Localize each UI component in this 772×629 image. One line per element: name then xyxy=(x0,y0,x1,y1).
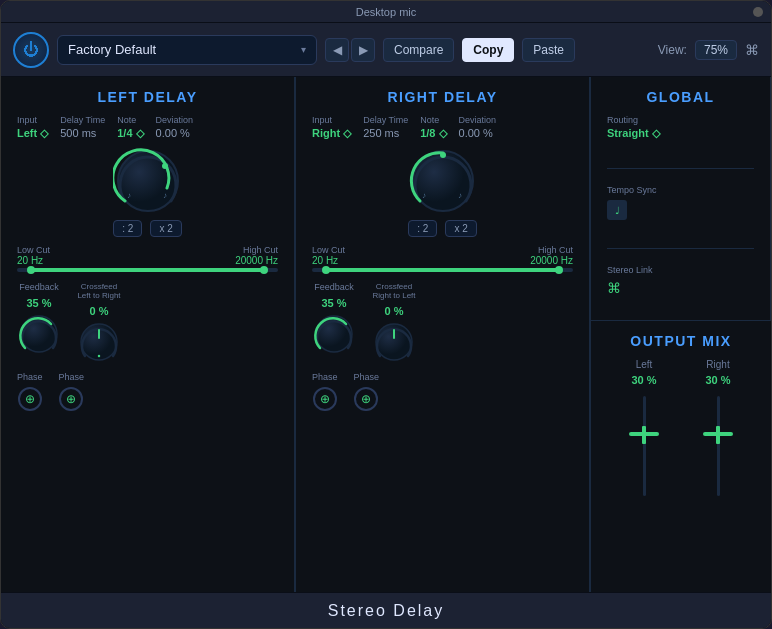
prev-preset-button[interactable]: ◀ xyxy=(325,38,349,62)
routing-value[interactable]: Straight ◇ xyxy=(607,127,754,140)
right-highcut-value[interactable]: 20000 Hz xyxy=(530,255,573,266)
paste-button[interactable]: Paste xyxy=(522,38,575,62)
right-filter-bar[interactable] xyxy=(312,268,573,272)
right-lowcut-handle[interactable] xyxy=(322,266,330,274)
stereo-link-group: Stereo Link ⌘ xyxy=(607,265,754,296)
stereo-link-button[interactable]: ⌘ xyxy=(607,280,621,296)
left-delay-knob[interactable]: ♪ ♪ xyxy=(113,146,183,216)
tempo-sync-button[interactable]: ♩ xyxy=(607,200,627,220)
left-input-value[interactable]: Left ◇ xyxy=(17,127,48,140)
right-feedback-knob[interactable] xyxy=(312,312,356,356)
right-x2-button[interactable]: x 2 xyxy=(445,220,476,237)
left-note-label: Note xyxy=(117,115,136,125)
right-fader-group: Right 30 % xyxy=(698,359,738,502)
window-title: Desktop mic xyxy=(356,6,417,18)
left-feedback-group: Feedback 35 % xyxy=(17,282,61,364)
left-crossfeed-knob[interactable] xyxy=(77,320,121,364)
link-icon[interactable]: ⌘ xyxy=(745,42,759,58)
svg-text:♪: ♪ xyxy=(163,191,167,200)
svg-text:♪: ♪ xyxy=(458,191,462,200)
left-delaytime-label: Delay Time xyxy=(60,115,105,125)
right-feedback-value[interactable]: 35 % xyxy=(321,297,346,309)
left-highcut-value[interactable]: 20000 Hz xyxy=(235,255,278,266)
left-div2-button[interactable]: : 2 xyxy=(113,220,142,237)
left-feedback-knob[interactable] xyxy=(17,312,61,356)
copy-button[interactable]: Copy xyxy=(462,38,514,62)
right-fader-track-container[interactable] xyxy=(698,396,738,496)
left-phase1-group: Phase ⊕ xyxy=(17,372,43,411)
view-label: View: xyxy=(658,43,687,57)
left-x2-button[interactable]: x 2 xyxy=(150,220,181,237)
left-highcut-handle[interactable] xyxy=(260,266,268,274)
right-crossfeed-group: CrossfeedRight to Left 0 % xyxy=(372,282,416,364)
left-feedback-value[interactable]: 35 % xyxy=(26,297,51,309)
right-fader-value[interactable]: 30 % xyxy=(705,374,730,386)
routing-label: Routing xyxy=(607,115,754,125)
left-filter-fill xyxy=(30,268,265,272)
right-crossfeed-value[interactable]: 0 % xyxy=(385,305,404,317)
output-mix-section: OUTPUT MIX Left 30 % xyxy=(591,321,771,530)
power-button[interactable]: ⏻ xyxy=(13,32,49,68)
svg-text:♪: ♪ xyxy=(422,191,426,200)
left-bottom-knobs: Feedback 35 % xyxy=(17,282,278,364)
right-delaytime-label: Delay Time xyxy=(363,115,408,125)
svg-point-8 xyxy=(440,152,446,158)
svg-rect-17 xyxy=(716,426,720,444)
left-fader-track xyxy=(643,396,646,496)
right-input-value[interactable]: Right ◇ xyxy=(312,127,351,140)
next-preset-button[interactable]: ▶ xyxy=(351,38,375,62)
left-lowcut-value[interactable]: 20 Hz xyxy=(17,255,50,266)
right-fader-handle[interactable] xyxy=(703,426,733,444)
left-fader-group: Left 30 % xyxy=(624,359,664,502)
left-fader-track-container[interactable] xyxy=(624,396,664,496)
left-phase1-button[interactable]: ⊕ xyxy=(18,387,42,411)
global-section: GLOBAL Routing Straight ◇ Tempo Sync ♩ S… xyxy=(591,77,771,320)
left-phase2-label: Phase xyxy=(59,372,85,382)
right-highcut-handle[interactable] xyxy=(555,266,563,274)
right-crossfeed-knob[interactable] xyxy=(372,320,416,364)
left-phase2-group: Phase ⊕ xyxy=(59,372,85,411)
left-phase1-label: Phase xyxy=(17,372,43,382)
right-delaytime-group: Delay Time 250 ms xyxy=(363,115,408,139)
svg-point-1 xyxy=(162,163,168,169)
left-fader-handle[interactable] xyxy=(629,426,659,444)
right-phase1-button[interactable]: ⊕ xyxy=(313,387,337,411)
right-filter-fill xyxy=(325,268,560,272)
left-deviation-value[interactable]: 0.00 % xyxy=(156,127,190,139)
left-crossfeed-value[interactable]: 0 % xyxy=(90,305,109,317)
right-deviation-value[interactable]: 0.00 % xyxy=(459,127,493,139)
left-lowcut-handle[interactable] xyxy=(27,266,35,274)
right-deviation-group: Deviation 0.00 % xyxy=(459,115,497,139)
right-lowcut-value[interactable]: 20 Hz xyxy=(312,255,345,266)
right-deviation-label: Deviation xyxy=(459,115,497,125)
right-div2-button[interactable]: : 2 xyxy=(408,220,437,237)
left-crossfeed-group: CrossfeedLeft to Right 0 % xyxy=(77,282,121,364)
preset-dropdown[interactable]: Factory Default ▾ xyxy=(57,35,317,65)
right-delay-controls: : 2 x 2 xyxy=(312,220,573,237)
left-note-value[interactable]: 1/4 ◇ xyxy=(117,127,143,140)
right-delay-knob[interactable]: ♪ ♪ xyxy=(408,146,478,216)
right-feedback-label: Feedback xyxy=(314,282,354,292)
right-phase-row: Phase ⊕ Phase ⊕ xyxy=(312,372,573,411)
right-fader-track xyxy=(717,396,720,496)
left-fader-value[interactable]: 30 % xyxy=(631,374,656,386)
right-delay-top-params: Input Right ◇ Delay Time 250 ms Note 1/8… xyxy=(312,115,573,140)
right-filter-row: Low Cut 20 Hz High Cut 20000 Hz xyxy=(312,245,573,266)
svg-rect-15 xyxy=(642,426,646,444)
right-phase2-button[interactable]: ⊕ xyxy=(354,387,378,411)
main-content: LEFT DELAY Input Left ◇ Delay Time 500 m… xyxy=(1,77,771,592)
compare-button[interactable]: Compare xyxy=(383,38,454,62)
right-input-group: Input Right ◇ xyxy=(312,115,351,140)
view-percent-selector[interactable]: 75% xyxy=(695,40,737,60)
left-filter-row: Low Cut 20 Hz High Cut 20000 Hz xyxy=(17,245,278,266)
right-phase1-group: Phase ⊕ xyxy=(312,372,338,411)
left-delay-top-params: Input Left ◇ Delay Time 500 ms Note 1/4 … xyxy=(17,115,278,140)
left-phase2-button[interactable]: ⊕ xyxy=(59,387,83,411)
left-feedback-label: Feedback xyxy=(19,282,59,292)
left-filter-bar[interactable] xyxy=(17,268,278,272)
left-delaytime-value[interactable]: 500 ms xyxy=(60,127,96,139)
window-close-button[interactable] xyxy=(753,7,763,17)
right-delay-section: RIGHT DELAY Input Right ◇ Delay Time 250… xyxy=(296,77,590,592)
right-delaytime-value[interactable]: 250 ms xyxy=(363,127,399,139)
right-note-value[interactable]: 1/8 ◇ xyxy=(420,127,446,140)
